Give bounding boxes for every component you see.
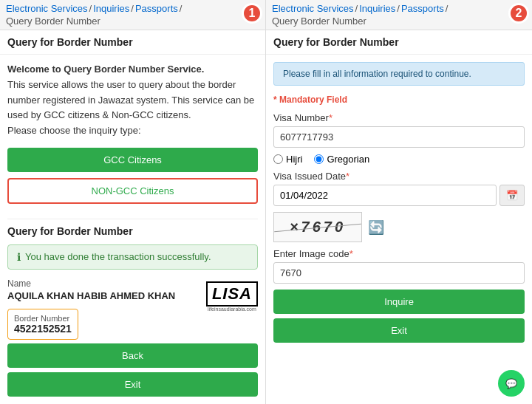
exit-button-left[interactable]: Exit — [7, 372, 258, 397]
section2-title: Query for Border Number — [7, 219, 258, 237]
inquire-button[interactable]: Inquire — [273, 290, 525, 314]
info-icon: ℹ — [17, 251, 21, 263]
exit-button-right[interactable]: Exit — [273, 318, 525, 343]
border-number-value: 4522152521 — [14, 323, 72, 335]
hijri-radio[interactable]: Hijri — [273, 154, 302, 165]
back-button[interactable]: Back — [7, 343, 258, 368]
captcha-row: ×7670 🔄 — [273, 212, 525, 242]
captcha-refresh-button[interactable]: 🔄 — [368, 219, 384, 236]
gregorian-radio[interactable]: Gregorian — [314, 154, 369, 165]
date-label: Visa Issued Date* — [273, 171, 525, 182]
breadcrumb-right: Electronic Services / Inquiries / Passpo… — [266, 0, 532, 30]
intro-text: Welcome to Query Border Number Service. … — [7, 62, 258, 139]
breadcrumb-right-passports[interactable]: Passports — [401, 3, 444, 14]
breadcrumb-current: Query Border Number — [6, 16, 100, 27]
breadcrumb-electronic-services[interactable]: Electronic Services — [6, 3, 88, 14]
captcha-image: ×7670 — [273, 212, 362, 242]
captcha-label: Enter Image code* — [273, 248, 525, 259]
page-title-left: Query for Border Number — [0, 30, 265, 55]
gcc-citizens-button[interactable]: GCC Citizens — [7, 148, 258, 172]
page-title-right: Query for Border Number — [266, 30, 532, 55]
non-gcc-citizens-button[interactable]: NON-GCC Citizens — [7, 178, 258, 204]
lisa-logo: LISA — [206, 281, 258, 307]
breadcrumb-right-current: Query Border Number — [272, 16, 366, 27]
whatsapp-button[interactable]: 💬 — [498, 370, 525, 397]
step-badge-1: 1 — [242, 3, 262, 24]
calendar-type-group: Hijri Gregorian — [273, 154, 525, 165]
calendar-button[interactable]: 📅 — [499, 185, 525, 206]
date-input[interactable] — [273, 185, 497, 206]
success-alert: ℹ You have done the transaction successf… — [7, 244, 258, 270]
mandatory-note: Mandatory Field — [273, 95, 525, 105]
border-number-box: Border Number 4522152521 — [7, 309, 78, 340]
breadcrumb-right-inquiries[interactable]: Inquiries — [359, 3, 395, 14]
border-number-label: Border Number — [14, 314, 72, 323]
visa-number-label: Visa Number* — [273, 112, 525, 123]
captcha-input[interactable] — [273, 262, 525, 284]
breadcrumb-left: Electronic Services / Inquiries / Passpo… — [0, 0, 265, 30]
breadcrumb-inquiries[interactable]: Inquiries — [93, 3, 129, 14]
visa-number-input[interactable] — [273, 126, 525, 148]
lisa-sub: lifeinsaudiarabia.com — [206, 307, 258, 312]
step-badge-2: 2 — [508, 3, 529, 24]
breadcrumb-passports[interactable]: Passports — [135, 3, 178, 14]
breadcrumb-right-electronic-services[interactable]: Electronic Services — [272, 3, 354, 14]
whatsapp-icon: 💬 — [505, 378, 517, 389]
date-row: 📅 — [273, 185, 525, 206]
info-bar: Please fill in all information required … — [273, 62, 525, 86]
